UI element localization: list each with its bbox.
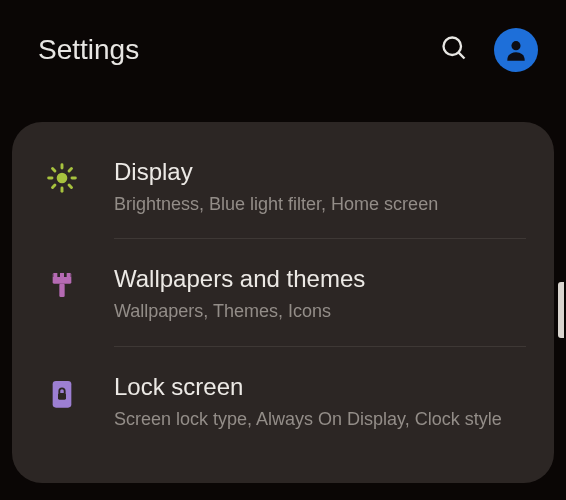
svg-point-2 <box>511 41 520 50</box>
svg-line-9 <box>69 185 71 187</box>
account-icon[interactable] <box>494 28 538 72</box>
svg-rect-19 <box>58 393 66 400</box>
sun-icon <box>42 162 82 194</box>
svg-line-10 <box>53 185 55 187</box>
svg-line-11 <box>69 169 71 171</box>
list-text: Lock screen Screen lock type, Always On … <box>114 373 526 431</box>
svg-line-1 <box>459 53 465 59</box>
scroll-indicator[interactable] <box>558 282 564 338</box>
page-title: Settings <box>38 34 440 66</box>
item-subtitle: Brightness, Blue light filter, Home scre… <box>114 192 526 216</box>
svg-point-0 <box>444 38 462 56</box>
header-actions <box>440 28 538 72</box>
search-icon[interactable] <box>440 34 468 66</box>
item-title: Wallpapers and themes <box>114 265 526 293</box>
svg-rect-16 <box>67 273 71 278</box>
settings-header: Settings <box>0 0 566 100</box>
item-title: Display <box>114 158 526 186</box>
svg-rect-14 <box>53 273 57 278</box>
list-text: Wallpapers and themes Wallpapers, Themes… <box>114 265 526 323</box>
svg-point-3 <box>57 173 68 184</box>
item-subtitle: Screen lock type, Always On Display, Clo… <box>114 407 526 431</box>
svg-line-8 <box>53 169 55 171</box>
svg-rect-15 <box>60 273 64 278</box>
item-subtitle: Wallpapers, Themes, Icons <box>114 299 526 323</box>
list-text: Display Brightness, Blue light filter, H… <box>114 158 526 216</box>
list-item-display[interactable]: Display Brightness, Blue light filter, H… <box>12 132 554 238</box>
item-title: Lock screen <box>114 373 526 401</box>
lock-icon <box>42 377 82 409</box>
svg-rect-17 <box>59 284 64 297</box>
list-item-wallpapers[interactable]: Wallpapers and themes Wallpapers, Themes… <box>12 239 554 345</box>
settings-card: Display Brightness, Blue light filter, H… <box>12 122 554 483</box>
brush-icon <box>42 269 82 301</box>
list-item-lockscreen[interactable]: Lock screen Screen lock type, Always On … <box>12 347 554 453</box>
